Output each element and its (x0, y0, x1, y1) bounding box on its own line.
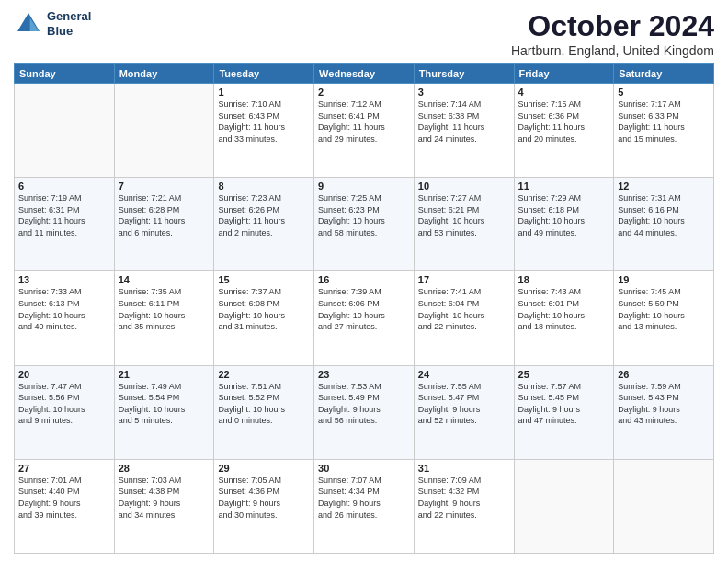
title-block: October 2024 Hartburn, England, United K… (511, 9, 714, 58)
day-cell: 24Sunrise: 7:55 AM Sunset: 5:47 PM Dayli… (414, 365, 514, 459)
logo-line2: Blue (47, 24, 91, 39)
day-detail: Sunrise: 7:05 AM Sunset: 4:36 PM Dayligh… (218, 475, 310, 521)
day-detail: Sunrise: 7:57 AM Sunset: 5:45 PM Dayligh… (518, 381, 610, 427)
day-detail: Sunrise: 7:33 AM Sunset: 6:13 PM Dayligh… (18, 286, 110, 332)
day-number: 8 (218, 180, 310, 191)
day-number: 11 (518, 180, 610, 191)
day-number: 9 (318, 180, 410, 191)
logo-text: General Blue (47, 9, 91, 38)
day-cell: 30Sunrise: 7:07 AM Sunset: 4:34 PM Dayli… (314, 459, 415, 553)
logo: General Blue (14, 9, 91, 39)
day-number: 2 (318, 86, 410, 98)
day-cell (114, 84, 214, 178)
day-cell (514, 459, 614, 553)
day-detail: Sunrise: 7:09 AM Sunset: 4:32 PM Dayligh… (418, 475, 510, 521)
day-detail: Sunrise: 7:19 AM Sunset: 6:31 PM Dayligh… (18, 192, 110, 238)
day-cell: 26Sunrise: 7:59 AM Sunset: 5:43 PM Dayli… (614, 365, 714, 459)
day-cell: 13Sunrise: 7:33 AM Sunset: 6:13 PM Dayli… (15, 271, 115, 365)
day-cell: 3Sunrise: 7:14 AM Sunset: 6:38 PM Daylig… (414, 84, 514, 178)
day-number: 7 (119, 180, 210, 191)
day-cell: 17Sunrise: 7:41 AM Sunset: 6:04 PM Dayli… (414, 271, 514, 365)
day-number: 17 (418, 274, 510, 285)
day-number: 27 (18, 463, 110, 474)
day-cell: 20Sunrise: 7:47 AM Sunset: 5:56 PM Dayli… (15, 365, 115, 459)
day-cell: 7Sunrise: 7:21 AM Sunset: 6:28 PM Daylig… (114, 178, 214, 271)
day-number: 5 (618, 86, 710, 98)
day-cell: 19Sunrise: 7:45 AM Sunset: 5:59 PM Dayli… (614, 271, 714, 365)
day-detail: Sunrise: 7:43 AM Sunset: 6:01 PM Dayligh… (518, 286, 610, 332)
day-detail: Sunrise: 7:37 AM Sunset: 6:08 PM Dayligh… (218, 286, 310, 332)
day-number: 16 (318, 274, 410, 285)
day-detail: Sunrise: 7:45 AM Sunset: 5:59 PM Dayligh… (618, 286, 710, 332)
day-detail: Sunrise: 7:29 AM Sunset: 6:18 PM Dayligh… (518, 192, 610, 238)
day-number: 12 (618, 180, 710, 191)
day-number: 21 (119, 369, 210, 380)
day-number: 4 (518, 86, 610, 98)
day-number: 24 (418, 369, 510, 380)
col-header-friday: Friday (514, 64, 614, 84)
day-detail: Sunrise: 7:17 AM Sunset: 6:33 PM Dayligh… (618, 98, 710, 144)
day-cell: 28Sunrise: 7:03 AM Sunset: 4:38 PM Dayli… (114, 459, 214, 553)
day-detail: Sunrise: 7:59 AM Sunset: 5:43 PM Dayligh… (618, 381, 710, 427)
week-row-1: 1Sunrise: 7:10 AM Sunset: 6:43 PM Daylig… (15, 84, 714, 178)
col-header-wednesday: Wednesday (314, 64, 415, 84)
day-number: 10 (418, 180, 510, 191)
header-row: SundayMondayTuesdayWednesdayThursdayFrid… (15, 64, 714, 84)
day-cell: 23Sunrise: 7:53 AM Sunset: 5:49 PM Dayli… (314, 365, 415, 459)
day-number: 31 (418, 463, 510, 474)
day-number: 22 (218, 369, 310, 380)
day-cell: 4Sunrise: 7:15 AM Sunset: 6:36 PM Daylig… (514, 84, 614, 178)
week-row-2: 6Sunrise: 7:19 AM Sunset: 6:31 PM Daylig… (15, 178, 714, 271)
day-cell: 25Sunrise: 7:57 AM Sunset: 5:45 PM Dayli… (514, 365, 614, 459)
day-cell (614, 459, 714, 553)
day-detail: Sunrise: 7:49 AM Sunset: 5:54 PM Dayligh… (119, 381, 210, 427)
day-detail: Sunrise: 7:27 AM Sunset: 6:21 PM Dayligh… (418, 192, 510, 238)
day-cell: 5Sunrise: 7:17 AM Sunset: 6:33 PM Daylig… (614, 84, 714, 178)
day-number: 23 (318, 369, 410, 380)
page: General Blue October 2024 Hartburn, Engl… (0, 0, 728, 563)
day-number: 25 (518, 369, 610, 380)
day-cell: 27Sunrise: 7:01 AM Sunset: 4:40 PM Dayli… (15, 459, 115, 553)
day-cell: 14Sunrise: 7:35 AM Sunset: 6:11 PM Dayli… (114, 271, 214, 365)
header: General Blue October 2024 Hartburn, Engl… (14, 9, 714, 58)
day-number: 3 (418, 86, 510, 98)
day-cell (15, 84, 115, 178)
col-header-sunday: Sunday (15, 64, 115, 84)
day-detail: Sunrise: 7:53 AM Sunset: 5:49 PM Dayligh… (318, 381, 410, 427)
day-cell: 10Sunrise: 7:27 AM Sunset: 6:21 PM Dayli… (414, 178, 514, 271)
day-number: 28 (119, 463, 210, 474)
day-cell: 2Sunrise: 7:12 AM Sunset: 6:41 PM Daylig… (314, 84, 415, 178)
day-number: 6 (18, 180, 110, 191)
day-detail: Sunrise: 7:47 AM Sunset: 5:56 PM Dayligh… (18, 381, 110, 427)
day-detail: Sunrise: 7:01 AM Sunset: 4:40 PM Dayligh… (18, 475, 110, 521)
col-header-monday: Monday (114, 64, 214, 84)
day-detail: Sunrise: 7:39 AM Sunset: 6:06 PM Dayligh… (318, 286, 410, 332)
day-cell: 18Sunrise: 7:43 AM Sunset: 6:01 PM Dayli… (514, 271, 614, 365)
day-detail: Sunrise: 7:41 AM Sunset: 6:04 PM Dayligh… (418, 286, 510, 332)
month-title: October 2024 (511, 9, 714, 43)
day-detail: Sunrise: 7:12 AM Sunset: 6:41 PM Dayligh… (318, 98, 410, 144)
day-number: 18 (518, 274, 610, 285)
day-cell: 21Sunrise: 7:49 AM Sunset: 5:54 PM Dayli… (114, 365, 214, 459)
day-detail: Sunrise: 7:25 AM Sunset: 6:23 PM Dayligh… (318, 192, 410, 238)
week-row-5: 27Sunrise: 7:01 AM Sunset: 4:40 PM Dayli… (15, 459, 714, 553)
day-detail: Sunrise: 7:15 AM Sunset: 6:36 PM Dayligh… (518, 98, 610, 144)
day-detail: Sunrise: 7:03 AM Sunset: 4:38 PM Dayligh… (119, 475, 210, 521)
day-cell: 29Sunrise: 7:05 AM Sunset: 4:36 PM Dayli… (214, 459, 314, 553)
day-detail: Sunrise: 7:21 AM Sunset: 6:28 PM Dayligh… (119, 192, 210, 238)
day-cell: 9Sunrise: 7:25 AM Sunset: 6:23 PM Daylig… (314, 178, 415, 271)
day-number: 19 (618, 274, 710, 285)
day-detail: Sunrise: 7:23 AM Sunset: 6:26 PM Dayligh… (218, 192, 310, 238)
location-subtitle: Hartburn, England, United Kingdom (511, 43, 714, 58)
day-cell: 16Sunrise: 7:39 AM Sunset: 6:06 PM Dayli… (314, 271, 415, 365)
day-detail: Sunrise: 7:51 AM Sunset: 5:52 PM Dayligh… (218, 381, 310, 427)
col-header-tuesday: Tuesday (214, 64, 314, 84)
day-detail: Sunrise: 7:10 AM Sunset: 6:43 PM Dayligh… (218, 98, 310, 144)
day-cell: 6Sunrise: 7:19 AM Sunset: 6:31 PM Daylig… (15, 178, 115, 271)
day-cell: 22Sunrise: 7:51 AM Sunset: 5:52 PM Dayli… (214, 365, 314, 459)
calendar-table: SundayMondayTuesdayWednesdayThursdayFrid… (14, 63, 714, 554)
day-number: 1 (218, 86, 310, 98)
day-detail: Sunrise: 7:35 AM Sunset: 6:11 PM Dayligh… (119, 286, 210, 332)
day-cell: 8Sunrise: 7:23 AM Sunset: 6:26 PM Daylig… (214, 178, 314, 271)
day-number: 30 (318, 463, 410, 474)
